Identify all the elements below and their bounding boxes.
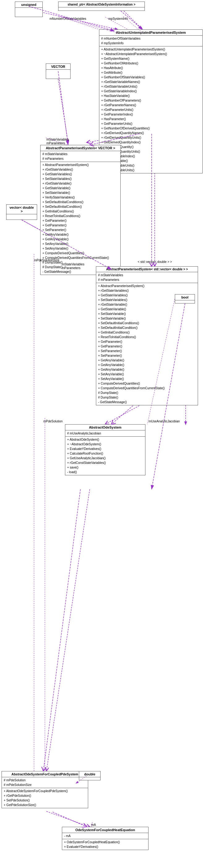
vector-box: VECTOR	[46, 63, 71, 79]
svg-line-4	[58, 79, 68, 143]
label-mparams1: mParameters	[46, 142, 65, 145]
svg-line-21	[58, 71, 68, 145]
shared-ptr-title: shared_ptr< AbstractOdeSystemInformation…	[59, 2, 144, 7]
ode-coupled-heat-fields: - mA	[62, 833, 148, 839]
label-mstatevars1: mStateVariables	[46, 138, 69, 141]
label-mstatevars2: mStateVariables	[62, 262, 84, 266]
abstract-param-vector-title: AbstractParameterisedSystem< VECTOR >	[40, 145, 120, 151]
vector-double-box: vector< double >	[6, 205, 37, 220]
abstract-ode-system-fields: # mUseAnalyticJacobian	[65, 430, 145, 437]
abstract-param-stdvec-fields: # mStateVariables # mParameters	[96, 272, 198, 283]
unsigned-title: unsigned	[15, 2, 42, 8]
vector-double-title: vector< double >	[6, 205, 37, 214]
abstract-ode-coupled-methods: + AbstractOdeSystemForCoupledPdeSystem()…	[2, 788, 88, 808]
label-mpSystemInfo: mpSystemInfo	[108, 17, 128, 21]
abstract-ode-system-methods: + AbstractOdeSystem() + ~AbstractOdeSyst…	[65, 437, 145, 475]
vector-title: VECTOR	[46, 64, 70, 70]
abstract-param-stdvec-title: AbstractParameterisedSystem< std::vector…	[96, 267, 198, 272]
shared-ptr-box: shared_ptr< AbstractOdeSystemInformation…	[58, 2, 145, 11]
abstract-untemplated-fields: # mNumberOfStateVariables # mpSystemInfo	[99, 36, 202, 46]
abstract-param-stdvec-box: AbstractParameterisedSystem< std::vector…	[96, 266, 198, 405]
double-box: double	[79, 771, 101, 780]
svg-line-32	[53, 812, 87, 827]
svg-line-13	[46, 811, 90, 827]
bool-title: bool	[175, 294, 195, 300]
ode-coupled-heat-box: OdeSystemForCoupledHeatEquation - mA + O…	[62, 827, 148, 850]
abstract-ode-coupled-title: AbstractOdeSystemForCoupledPdeSystem	[2, 771, 88, 777]
abstract-param-vector-fields: # mStateVariables # mParameters	[40, 151, 120, 162]
label-mPdeSolution: mPdeSolution	[43, 420, 63, 423]
unsigned-box: unsigned	[15, 2, 43, 17]
bool-box: bool	[175, 294, 195, 304]
ode-coupled-heat-title: OdeSystemForCoupledHeatEquation	[62, 827, 148, 833]
abstract-ode-coupled-fields: # mPdeSolution # mPdeSolutionSize	[2, 777, 88, 788]
abstract-ode-system-box: AbstractOdeSystem # mUseAnalyticJacobian…	[65, 424, 145, 475]
label-mNumberOfStateVariables: mNumberOfStateVariables	[49, 17, 86, 21]
double-title: double	[79, 771, 100, 777]
abstract-untemplated-title: AbstractUntemplatedParameterisedSystem	[99, 30, 202, 36]
label-mparams2: mParameters	[62, 266, 80, 270]
svg-line-29	[43, 489, 80, 771]
svg-line-27	[111, 406, 133, 424]
svg-line-11	[46, 489, 90, 771]
abstract-ode-system-title: AbstractOdeSystem	[65, 425, 145, 430]
label-mA: mA	[91, 823, 96, 827]
label-mUseAnalyticJacobian: mUseAnalyticJacobian	[148, 420, 180, 423]
diagram-container: unsigned shared_ptr< AbstractOdeSystemIn…	[0, 0, 207, 868]
label-mPdeSolutionSize: mPdeSolutionSize	[34, 258, 60, 262]
label-std-double: < std::vector< double > >	[138, 260, 172, 264]
abstract-param-vector-methods: + AbstractParameterisedSystem() + rGetSt…	[40, 162, 120, 275]
abstract-param-vector-box: AbstractParameterisedSystem< VECTOR > # …	[40, 145, 121, 275]
ode-coupled-heat-methods: + OdeSystemForCoupledHeatEquation() + Ev…	[62, 839, 148, 850]
abstract-ode-coupled-box: AbstractOdeSystemForCoupledPdeSystem # m…	[2, 771, 88, 808]
svg-line-10	[105, 406, 139, 424]
